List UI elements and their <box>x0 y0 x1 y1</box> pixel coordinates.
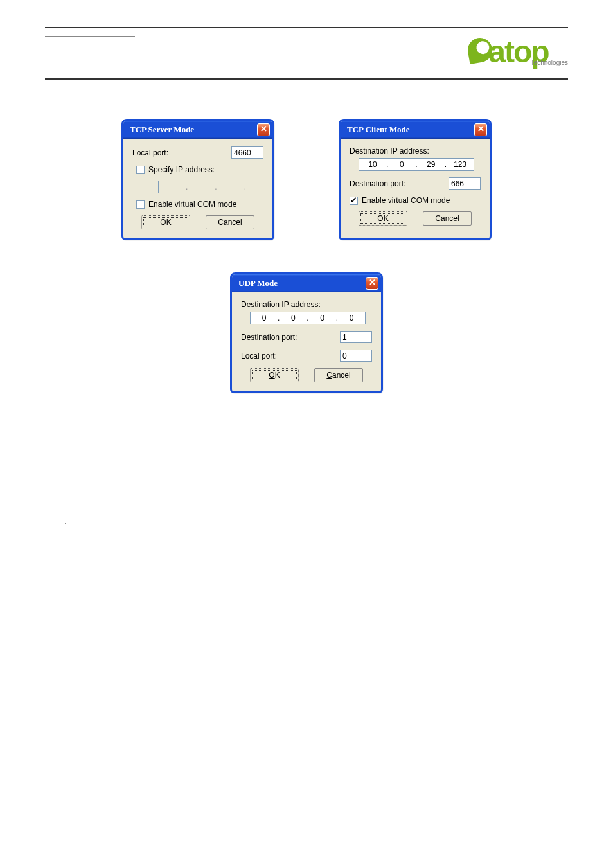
ip-address-input[interactable]: . . . <box>158 181 274 193</box>
dest-port-input[interactable] <box>449 177 481 190</box>
cancel-button[interactable]: Cancel <box>206 215 254 229</box>
tcp-server-title: TCP Server Mode <box>130 125 194 135</box>
local-port-row: Local port: <box>132 146 263 159</box>
button-row: OK Cancel <box>132 215 263 229</box>
ok-text: K <box>275 371 280 380</box>
udp-titlebar: UDP Mode ✕ <box>232 274 381 292</box>
dest-ip-row: Destination IP address: 10. 0. 29. 123 <box>350 146 481 171</box>
local-port-input[interactable] <box>340 350 372 362</box>
tcp-client-body: Destination IP address: 10. 0. 29. 123 D… <box>341 139 490 235</box>
ip-octet[interactable]: 0 <box>251 314 278 323</box>
tcp-client-dialog: TCP Client Mode ✕ Destination IP address… <box>339 119 492 240</box>
ip-octet[interactable]: 10 <box>359 160 386 169</box>
dest-port-row: Destination port: <box>350 177 481 190</box>
ip-octet[interactable]: 123 <box>447 160 474 169</box>
dest-ip-input[interactable]: 0. 0. 0. 0 <box>250 312 366 324</box>
vcom-checkbox[interactable] <box>136 200 145 209</box>
logo-subtext: Technologies <box>531 59 568 66</box>
local-port-row: Local port: <box>241 350 372 362</box>
dest-ip-label: Destination IP address: <box>241 300 321 309</box>
specify-ip-row: Specify IP address: <box>136 165 263 174</box>
header-underline <box>45 28 135 37</box>
content-area: TCP Server Mode ✕ Local port: Specify IP… <box>45 80 568 393</box>
tcp-client-titlebar: TCP Client Mode ✕ <box>341 121 490 139</box>
ip-octet[interactable]: 0 <box>280 314 306 323</box>
ip-octet[interactable]: 0 <box>309 314 336 323</box>
cancel-text: ancel <box>332 371 351 380</box>
vcom-row: Enable virtual COM mode <box>350 196 481 205</box>
dest-port-input[interactable] <box>340 331 372 343</box>
ok-button[interactable]: OK <box>141 215 190 229</box>
udp-title: UDP Mode <box>238 278 278 288</box>
ok-text: K <box>384 214 389 223</box>
tcp-server-titlebar: TCP Server Mode ✕ <box>123 121 272 139</box>
ip-octet[interactable]: 29 <box>418 160 445 169</box>
local-port-input[interactable] <box>231 146 263 159</box>
close-icon[interactable]: ✕ <box>366 277 378 290</box>
brand-logo: atop Technologies <box>468 34 568 69</box>
dest-ip-label: Destination IP address: <box>350 146 429 155</box>
specify-ip-field-row: . . . <box>149 181 263 193</box>
cancel-button[interactable]: Cancel <box>314 368 363 382</box>
tcp-client-title: TCP Client Mode <box>347 125 410 135</box>
tcp-server-body: Local port: Specify IP address: . . . <box>123 139 272 238</box>
vcom-row: Enable virtual COM mode <box>136 200 263 209</box>
tcp-server-dialog: TCP Server Mode ✕ Local port: Specify IP… <box>121 119 274 240</box>
dialog-row-1: TCP Server Mode ✕ Local port: Specify IP… <box>45 119 568 240</box>
vcom-label: Enable virtual COM mode <box>148 200 236 209</box>
dest-ip-input[interactable]: 10. 0. 29. 123 <box>359 158 474 171</box>
ok-text: K <box>166 218 172 227</box>
button-row: OK Cancel <box>350 211 481 226</box>
stray-dot-text: . <box>64 517 66 526</box>
ok-button[interactable]: OK <box>250 368 299 382</box>
cancel-button[interactable]: Cancel <box>423 211 472 226</box>
dest-ip-row: Destination IP address: 0. 0. 0. 0 <box>241 300 372 324</box>
dest-port-row: Destination port: <box>241 331 372 343</box>
dialog-row-2: UDP Mode ✕ Destination IP address: 0. 0.… <box>45 272 568 393</box>
vcom-checkbox[interactable] <box>350 197 358 205</box>
button-row: OK Cancel <box>241 368 372 382</box>
udp-body: Destination IP address: 0. 0. 0. 0 Desti… <box>232 292 381 391</box>
specify-ip-label: Specify IP address: <box>148 165 215 174</box>
page-container: atop Technologies TCP Server Mode ✕ Loca… <box>45 26 568 829</box>
dest-port-label: Destination port: <box>350 179 405 188</box>
close-icon[interactable]: ✕ <box>257 123 270 136</box>
local-port-label: Local port: <box>241 351 277 360</box>
cancel-text: ancel <box>441 214 459 223</box>
cancel-text: ancel <box>224 218 242 227</box>
udp-dialog: UDP Mode ✕ Destination IP address: 0. 0.… <box>230 272 383 393</box>
vcom-label: Enable virtual COM mode <box>362 196 450 205</box>
ip-octet[interactable]: 0 <box>388 160 415 169</box>
local-port-label: Local port: <box>132 148 168 157</box>
ip-octet[interactable]: 0 <box>338 314 365 323</box>
close-icon[interactable]: ✕ <box>474 123 487 136</box>
ok-button[interactable]: OK <box>359 211 407 226</box>
dest-port-label: Destination port: <box>241 333 297 342</box>
specify-ip-checkbox[interactable] <box>136 166 145 174</box>
page-header: atop Technologies <box>45 28 568 80</box>
